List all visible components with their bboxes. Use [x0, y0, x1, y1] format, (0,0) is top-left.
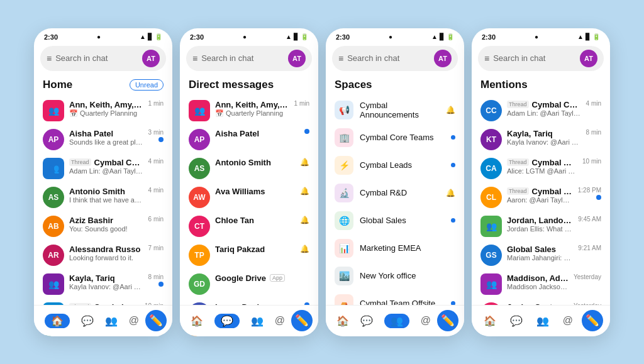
signal-icon: ▊	[148, 33, 153, 40]
chat-info: Google DriveApp	[215, 273, 304, 283]
unread-button[interactable]: Unread	[130, 79, 164, 91]
space-item[interactable]: 📢Cymbal Announcements🔔	[326, 96, 464, 124]
nav-tab-home[interactable]: 🏠	[40, 311, 75, 331]
mention-item[interactable]: KTKayla, TariqKayla Ivanov: @Aari Taylor…	[472, 125, 610, 154]
nav-tab-at[interactable]: @	[124, 312, 144, 329]
compose-button[interactable]: ✏️	[291, 310, 313, 331]
chat-item[interactable]: 👥Kayla, TariqKayla Ivanov: @Aari Taylor …	[34, 270, 172, 299]
nav-tab-at[interactable]: @	[558, 312, 578, 329]
compose-button[interactable]: ✏️	[437, 310, 458, 331]
chat-item[interactable]: AWAva Williams🔔	[180, 183, 318, 212]
wifi-icon: ▲	[431, 33, 438, 40]
nav-icon-at: @	[563, 315, 573, 326]
chat-meta: 4 min	[148, 158, 164, 165]
chat-list: 👥Ann, Keith, Amy, Jason...📅 Quarterly Pl…	[180, 96, 318, 336]
space-item[interactable]: ⚡Cymbal Leads	[326, 152, 464, 179]
status-icons: ▲ ▊ 🔋	[431, 33, 454, 40]
chat-item[interactable]: ARAlessandra RussoLooking forward to it.…	[34, 241, 172, 270]
nav-tab-dm[interactable]: 💬	[505, 312, 528, 329]
chat-time: 1 min	[148, 100, 164, 107]
chat-name: Ann, Keith, Amy, Jason...	[215, 100, 289, 109]
chat-item[interactable]: APAisha PatelSounds like a great plan fo…	[34, 125, 172, 154]
space-name: Global Sales	[360, 216, 445, 225]
search-bar[interactable]: ≡ Search in chat AT	[332, 46, 458, 71]
nav-tab-spaces[interactable]: 👥	[531, 312, 554, 329]
chat-item[interactable]: TPTariq Pakzad🔔	[180, 241, 318, 270]
search-bar[interactable]: ≡ Search in chat AT	[40, 46, 166, 71]
mention-item[interactable]: 👥Maddison, Adam, AnnMaddison Jackson: Hi…	[472, 270, 610, 299]
nav-tab-spaces[interactable]: 👥	[379, 311, 414, 331]
space-item[interactable]: 🏙️New York office	[326, 262, 464, 290]
chat-info: Ann, Keith, Amy, Jason...📅 Quarterly Pla…	[215, 100, 289, 118]
unread-dot	[304, 129, 309, 134]
chat-item[interactable]: APAisha Patel	[180, 125, 318, 154]
chat-meta: 🔔	[300, 187, 309, 196]
mention-time: 8 min	[586, 129, 601, 136]
status-icons: ▲ ▊ 🔋	[577, 33, 600, 40]
compose-button[interactable]: ✏️	[582, 310, 603, 331]
nav-tab-dm[interactable]: 💬	[76, 312, 99, 329]
phone-mentions: 2:30 ● ▲ ▊ 🔋 ≡ Search in chat AT Mention…	[472, 28, 610, 336]
nav-tab-at[interactable]: @	[270, 312, 290, 329]
user-avatar[interactable]: AT	[434, 50, 452, 67]
chat-meta	[304, 129, 309, 134]
mention-name: Maddison, Adam, Ann	[507, 273, 569, 283]
chat-time: 8 min	[148, 273, 164, 280]
chat-item[interactable]: CTChloe Tan🔔	[180, 212, 318, 241]
search-bar[interactable]: ≡ Search in chat AT	[478, 46, 604, 71]
section-title: Spaces	[326, 75, 464, 96]
mention-name: Kayla, Tariq	[507, 129, 553, 138]
bottom-nav: 🏠💬👥@✏️	[180, 305, 318, 336]
status-icons: ▲ ▊ 🔋	[286, 33, 308, 40]
space-icon: 🏙️	[335, 267, 353, 285]
chat-info: Aziz BashirYou: Sounds good!	[69, 216, 143, 233]
mention-item[interactable]: CAThreadCymbal AnnouncementsAlice: LGTM …	[472, 154, 610, 183]
mention-item[interactable]: 👥Jordan, Landon, Nadia, AsanteJordan Ell…	[472, 212, 610, 241]
space-item[interactable]: 🌐Global Sales	[326, 207, 464, 234]
bell-icon: 🔔	[300, 158, 309, 167]
mention-meta: 4 min	[586, 100, 601, 107]
user-avatar[interactable]: AT	[580, 50, 597, 67]
chat-item[interactable]: ABAziz BashirYou: Sounds good!6 min	[34, 212, 172, 241]
space-item[interactable]: 🏢Cymbal Core Teams	[326, 124, 464, 152]
mention-item[interactable]: CLThreadCymbal LeadsAaron: @Aari Taylor …	[472, 183, 610, 212]
mention-item[interactable]: GSGlobal SalesMariam Jahangiri: Great! @…	[472, 241, 610, 270]
mention-meta: 9:45 AM	[578, 216, 601, 223]
chat-item[interactable]: 👥Ann, Keith, Amy, Jason...📅 Quarterly Pl…	[180, 96, 318, 125]
chat-name: Aziz Bashir	[69, 216, 113, 225]
nav-icon-at: @	[421, 315, 431, 326]
nav-tab-spaces[interactable]: 👥	[246, 312, 269, 329]
avatar: KT	[480, 129, 502, 150]
space-icon: 🔬	[335, 184, 353, 202]
user-avatar[interactable]: AT	[288, 50, 306, 67]
search-bar[interactable]: ≡ Search in chat AT	[186, 46, 312, 71]
content-area: Direct messages👥Ann, Keith, Amy, Jason..…	[180, 75, 318, 336]
notification-dot	[451, 218, 455, 223]
nav-tab-home[interactable]: 🏠	[331, 312, 354, 329]
chat-item[interactable]: GDGoogle DriveApp	[180, 270, 318, 299]
notification-dot	[451, 135, 455, 140]
space-item[interactable]: 📊Marketing EMEA	[326, 234, 464, 262]
nav-tab-home[interactable]: 🏠	[479, 312, 501, 329]
compose-button[interactable]: ✏️	[145, 310, 167, 331]
chat-item[interactable]: 👥ThreadCymbal Core TeamsAdam Lin: @Aari …	[34, 154, 172, 183]
nav-tab-spaces[interactable]: 👥	[100, 312, 123, 329]
chat-item[interactable]: ASAntonio Smith🔔	[180, 154, 318, 183]
content-area: Spaces📢Cymbal Announcements🔔🏢Cymbal Core…	[326, 75, 464, 336]
nav-tab-home[interactable]: 🏠	[186, 312, 208, 329]
phone-direct: 2:30 ● ▲ ▊ 🔋 ≡ Search in chat AT Direct …	[180, 28, 318, 336]
chat-preview: Adam Lin: @Aari Taylor Sounds like we...	[69, 167, 143, 175]
phone-spaces: 2:30 ● ▲ ▊ 🔋 ≡ Search in chat AT Spaces📢…	[326, 28, 464, 336]
search-placeholder: Search in chat	[493, 53, 576, 63]
nav-tab-at[interactable]: @	[416, 312, 436, 329]
chat-item[interactable]: 👥Ann, Keith, Amy, Jason...📅 Quarterly Pl…	[34, 96, 172, 125]
wifi-icon: ▲	[140, 33, 146, 40]
nav-tab-dm[interactable]: 💬	[355, 312, 378, 329]
space-item[interactable]: 🔬Cymbal R&D🔔	[326, 179, 464, 207]
chat-item[interactable]: ASAntonio SmithI think that we have a go…	[34, 183, 172, 212]
bell-icon: 🔔	[300, 216, 309, 224]
mention-item[interactable]: CCThreadCymbal Core TeamsAdam Lin: @Aari…	[472, 96, 610, 125]
user-avatar[interactable]: AT	[142, 50, 160, 67]
status-time: 2:30	[336, 33, 350, 41]
nav-tab-dm[interactable]: 💬	[209, 311, 245, 331]
